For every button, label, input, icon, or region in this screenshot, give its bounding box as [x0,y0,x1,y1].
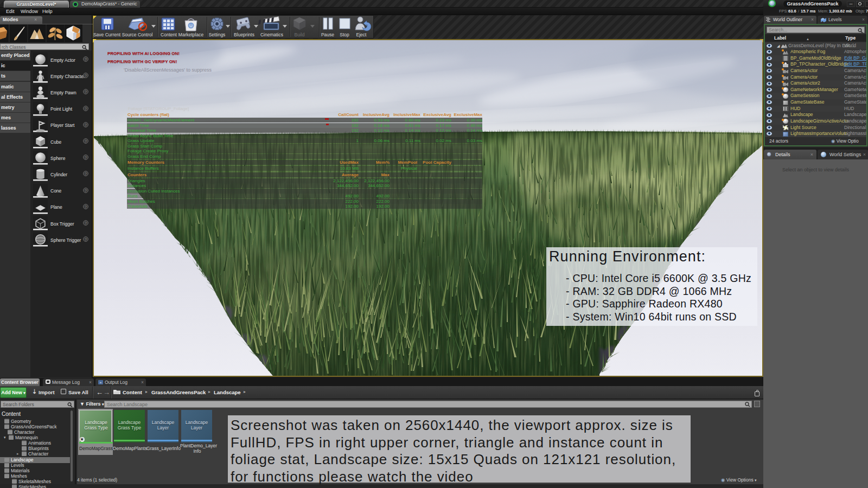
svg-text:U: U [189,23,193,28]
